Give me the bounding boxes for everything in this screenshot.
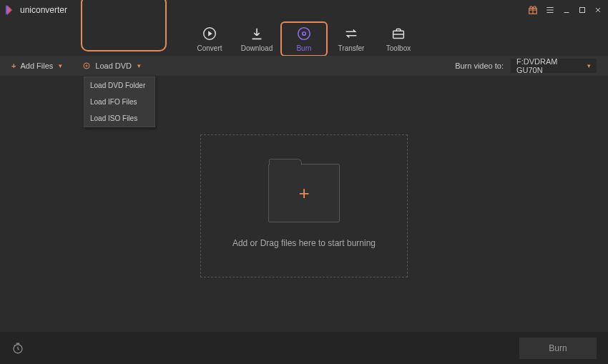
chevron-down-icon: ▾	[137, 62, 141, 69]
tab-convert[interactable]: Convert	[186, 21, 233, 56]
load-dvd-button[interactable]: Load DVD ▾	[82, 62, 141, 70]
burn-target-group: Burn video to: F:DVDRAM GU70N ▾	[455, 59, 597, 73]
burn-target-value: F:DVDRAM GU70N	[516, 57, 586, 74]
tab-transfer[interactable]: Transfer	[328, 21, 375, 56]
svg-point-7	[86, 65, 87, 67]
svg-point-3	[298, 27, 310, 39]
add-files-label: Add Files	[20, 62, 53, 70]
toolbar: + Add Files ▾ Load DVD ▾ Burn video to: …	[0, 56, 608, 76]
menu-icon[interactable]	[545, 5, 555, 15]
download-icon	[249, 26, 265, 41]
top-nav: Convert Download Burn Transfer Toolbox	[0, 21, 608, 56]
chevron-down-icon: ▾	[587, 62, 591, 69]
logo-icon	[6, 5, 16, 15]
disc-small-icon	[82, 62, 91, 70]
load-dvd-menu: Load DVD Folder Load IFO Files Load ISO …	[84, 77, 155, 127]
load-ifo-files-item[interactable]: Load IFO Files	[84, 94, 155, 110]
tab-burn[interactable]: Burn	[280, 21, 328, 56]
add-files-button[interactable]: + Add Files ▾	[11, 62, 62, 70]
dropzone[interactable]: + Add or Drag files here to start burnin…	[200, 134, 408, 277]
tab-label: Toolbox	[386, 44, 411, 52]
close-icon[interactable]	[594, 6, 602, 14]
chevron-down-icon: ▾	[59, 62, 62, 69]
maximize-icon[interactable]	[578, 6, 587, 14]
gift-icon[interactable]	[528, 5, 538, 15]
load-dvd-label: Load DVD	[95, 62, 132, 70]
tab-label: Convert	[197, 44, 222, 52]
bottom-bar: Burn	[0, 332, 608, 364]
transfer-icon	[343, 26, 359, 41]
svg-point-4	[303, 31, 306, 35]
burn-button[interactable]: Burn	[519, 338, 597, 359]
disc-icon	[296, 26, 312, 41]
svg-rect-1	[580, 8, 585, 13]
app-logo: uniconverter	[6, 5, 67, 15]
minimize-icon[interactable]	[562, 6, 571, 14]
timer-icon[interactable]	[11, 342, 24, 355]
tab-toolbox[interactable]: Toolbox	[375, 21, 422, 56]
plus-icon: +	[298, 182, 309, 205]
tab-download[interactable]: Download	[233, 21, 280, 56]
dropzone-text: Add or Drag files here to start burning	[232, 238, 376, 248]
folder-icon: +	[268, 164, 340, 222]
toolbox-icon	[391, 26, 406, 41]
plus-icon: +	[11, 62, 16, 70]
burn-to-label: Burn video to:	[455, 62, 504, 70]
app-title: uniconverter	[20, 5, 67, 15]
load-iso-files-item[interactable]: Load ISO Files	[84, 110, 155, 127]
tab-label: Burn	[296, 44, 311, 52]
load-dvd-folder-item[interactable]: Load DVD Folder	[84, 77, 155, 94]
titlebar: uniconverter	[0, 0, 608, 20]
window-controls	[528, 5, 602, 15]
play-circle-icon	[202, 26, 217, 41]
tab-label: Download	[241, 44, 273, 52]
tab-label: Transfer	[338, 44, 365, 52]
burn-target-select[interactable]: F:DVDRAM GU70N ▾	[511, 59, 597, 73]
svg-point-6	[84, 63, 89, 69]
